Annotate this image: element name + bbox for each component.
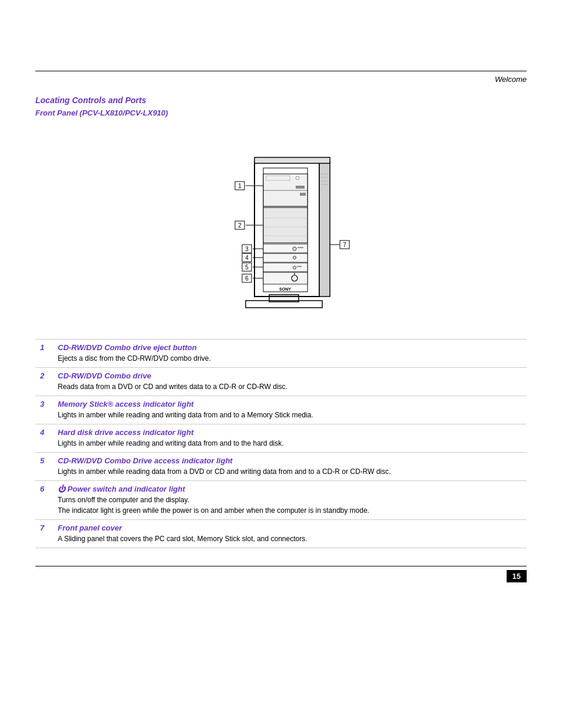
header-area: Welcome (0, 71, 562, 84)
item-number: 5 (35, 453, 53, 481)
item-number: 6 (35, 481, 53, 520)
item-title: CD-RW/DVD Combo drive (58, 371, 522, 380)
svg-rect-4 (263, 174, 308, 206)
svg-rect-26 (319, 162, 330, 297)
svg-text:6: 6 (245, 275, 249, 282)
computer-diagram: SONY 1 2 (204, 127, 358, 327)
header-welcome: Welcome (495, 75, 527, 84)
svg-rect-31 (254, 157, 330, 163)
table-row: 7Front panel coverA Sliding panel that c… (35, 520, 527, 548)
svg-text:1: 1 (238, 183, 242, 189)
svg-text:4: 4 (245, 255, 249, 261)
section-title: Locating Controls and Ports (35, 95, 527, 105)
item-number: 4 (35, 424, 53, 453)
item-title: CD-RW/DVD Combo Drive access indicator l… (58, 456, 522, 465)
item-content: CD-RW/DVD Combo drive eject buttonEjects… (53, 340, 527, 368)
item-title: ⏻ Power switch and indicator light (58, 485, 522, 493)
item-number: 2 (35, 368, 53, 396)
svg-rect-17 (263, 253, 308, 262)
item-content: ⏻ Power switch and indicator lightTurns … (53, 481, 527, 520)
item-title: CD-RW/DVD Combo drive eject button (58, 343, 522, 352)
item-description-line: Turns on/off the computer and the displa… (58, 495, 522, 505)
table-row: 5CD-RW/DVD Combo Drive access indicator … (35, 453, 527, 481)
item-description: Reads data from a DVD or CD and writes d… (58, 383, 287, 391)
table-row: 4Hard disk drive access indicator lightL… (35, 424, 527, 453)
item-description: A Sliding panel that covers the PC card … (58, 535, 308, 543)
item-content: Front panel coverA Sliding panel that co… (53, 520, 527, 548)
item-number: 1 (35, 340, 53, 368)
diagram-area: SONY 1 2 (35, 127, 527, 327)
item-number: 3 (35, 396, 53, 424)
items-table: 1CD-RW/DVD Combo drive eject buttonEject… (35, 339, 527, 548)
table-row: 3Memory Stick® access indicator lightLig… (35, 396, 527, 424)
item-title: Memory Stick® access indicator light (58, 400, 522, 409)
svg-text:3: 3 (245, 246, 249, 252)
subsection-title: Front Panel (PCV-LX810/PCV-LX910) (35, 108, 527, 117)
item-description: Lights in amber while reading data from … (58, 467, 391, 476)
item-title: Hard disk drive access indicator light (58, 428, 522, 437)
page-number: 15 (507, 570, 527, 582)
svg-rect-9 (300, 193, 306, 196)
svg-text:7: 7 (343, 242, 346, 248)
table-row: 1CD-RW/DVD Combo drive eject buttonEject… (35, 340, 527, 368)
item-description: Lights in amber while reading and writin… (58, 411, 313, 419)
item-description-line: The indicator light is green while the p… (58, 505, 522, 516)
svg-rect-8 (296, 186, 305, 189)
svg-rect-22 (263, 272, 308, 284)
svg-text:2: 2 (238, 222, 242, 229)
item-number: 7 (35, 520, 53, 548)
item-content: Memory Stick® access indicator lightLigh… (53, 396, 527, 424)
page-number-area: 15 (0, 566, 562, 582)
item-content: CD-RW/DVD Combo driveReads data from a D… (53, 368, 527, 396)
page-container: Welcome Locating Controls and Ports Fron… (0, 71, 562, 728)
svg-rect-10 (263, 207, 308, 243)
content-area: Locating Controls and Ports Front Panel … (0, 84, 562, 548)
svg-text:5: 5 (245, 264, 249, 271)
item-title: Front panel cover (58, 523, 522, 532)
item-description: Ejects a disc from the CD-RW/DVD combo d… (58, 354, 211, 363)
item-content: CD-RW/DVD Combo Drive access indicator l… (53, 453, 527, 481)
table-row: 2CD-RW/DVD Combo driveReads data from a … (35, 368, 527, 396)
item-description: Lights in amber while reading and writin… (58, 439, 284, 447)
svg-rect-14 (263, 244, 308, 253)
item-content: Hard disk drive access indicator lightLi… (53, 424, 527, 453)
svg-rect-19 (263, 263, 308, 272)
svg-text:SONY: SONY (279, 287, 291, 291)
table-row: 6⏻ Power switch and indicator lightTurns… (35, 481, 527, 520)
